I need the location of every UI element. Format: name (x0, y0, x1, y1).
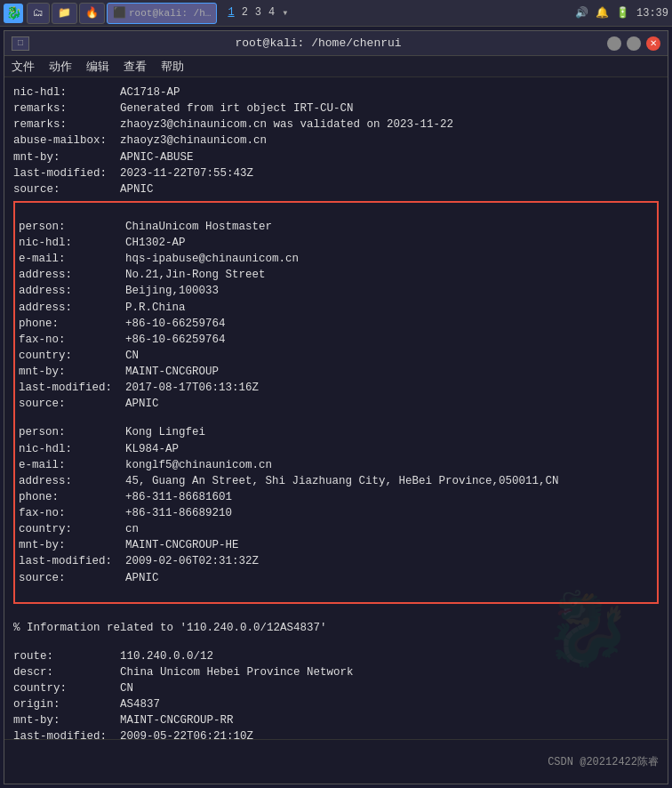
line-phone-1: phone: +86-10-66259764 (19, 316, 653, 332)
line-remarks-2: remarks: zhaoyz3@chinaunicom.cn was vali… (13, 117, 659, 133)
line-address-1c: address: P.R.China (19, 300, 653, 316)
terminal-icon: □ (18, 38, 23, 48)
taskbar-apps: 🗂 📁 🔥 ⬛ root@kali: /h… (27, 3, 217, 24)
line-abuse-mailbox: abuse-mailbox: zhaoyz3@chinaunicom.cn (13, 133, 659, 149)
taskbar-app-terminal[interactable]: ⬛ root@kali: /h… (107, 3, 217, 24)
line-source-1: source: APNIC (19, 396, 653, 412)
line-modified-r: last-modified: 2009-05-22T06:21:10Z (13, 728, 659, 739)
line-fax-1: fax-no: +86-10-66259764 (19, 332, 653, 348)
workspace-3[interactable]: 3 (255, 6, 261, 20)
clock: 13:39 (636, 7, 668, 20)
terminal-content[interactable]: nic-hdl: AC1718-AP remarks: Generated fr… (4, 77, 668, 739)
menu-action[interactable]: 动作 (49, 59, 72, 75)
comment-line: % Information related to '110.240.0.0/12… (13, 620, 659, 636)
battery-icon[interactable]: 🔋 (616, 6, 629, 20)
line-descr: descr: China Unicom Hebei Province Netwo… (13, 664, 659, 680)
line-route: route: 110.240.0.0/12 (13, 648, 659, 664)
line-email-1: e-mail: hqs-ipabuse@chinaunicom.cn (19, 251, 653, 267)
volume-icon[interactable]: 🔊 (575, 6, 588, 20)
terminal-window: □ root@kali: /home/chenrui ✕ 文件 动作 编辑 查看… (4, 30, 668, 784)
line-nic-hdl-2: nic-hdl: KL984-AP (19, 441, 653, 457)
workspace-1[interactable]: 1 (228, 6, 234, 20)
notification-icon[interactable]: 🔔 (596, 6, 609, 20)
line-country-2: country: cn (19, 521, 653, 537)
taskbar-app-3[interactable]: 🔥 (79, 3, 105, 24)
taskbar-app-1[interactable]: 🗂 (27, 3, 50, 24)
window-title: root@kali: /home/chenrui (29, 36, 607, 50)
menu-view[interactable]: 查看 (124, 59, 147, 75)
window-icon: □ (12, 36, 29, 51)
menu-file[interactable]: 文件 (12, 59, 35, 75)
line-person-2: person: Kong Lingfei (19, 424, 653, 440)
window-titlebar: □ root@kali: /home/chenrui ✕ (4, 31, 668, 56)
line-email-2: e-mail: konglf5@chinaunicom.cn (19, 457, 653, 473)
workspace-4[interactable]: 4 (268, 6, 275, 20)
line-modified-2: last-modified: 2009-02-06T02:31:32Z (19, 553, 653, 569)
bottom-bar: CSDN @20212422陈睿 (4, 739, 668, 784)
line-address-2a: address: 45, Guang An Street, Shi Jiazhu… (19, 473, 653, 489)
window-controls: ✕ (607, 36, 660, 51)
line-remarks-1: remarks: Generated from irt object IRT-C… (13, 101, 659, 117)
line-origin: origin: AS4837 (13, 696, 659, 712)
line-modified-1: last-modified: 2017-08-17T06:13:16Z (19, 380, 653, 396)
workspace-2[interactable]: 2 (242, 6, 248, 20)
workspace-dropdown-icon[interactable]: ▾ (282, 6, 288, 20)
maximize-button[interactable] (627, 36, 641, 51)
close-button[interactable]: ✕ (646, 36, 660, 51)
menubar: 文件 动作 编辑 查看 帮助 (4, 56, 668, 77)
line-nic-hdl: nic-hdl: AC1718-AP (13, 84, 659, 101)
workspace-numbers: 1 2 3 4 ▾ (220, 6, 295, 20)
line-mnt-by-pre: mnt-by: APNIC-ABUSE (13, 149, 659, 165)
line-phone-2: phone: +86-311-86681601 (19, 489, 653, 505)
line-last-modified-pre: last-modified: 2023-11-22T07:55:43Z (13, 165, 659, 181)
line-address-1a: address: No.21,Jin-Rong Street (19, 267, 653, 283)
line-person-1: person: ChinaUnicom Hostmaster (19, 219, 653, 235)
line-country-1: country: CN (19, 348, 653, 364)
csdn-watermark: CSDN @20212422陈睿 (548, 754, 659, 769)
line-country-r: country: CN (13, 680, 659, 696)
taskbar: 🐉 🗂 📁 🔥 ⬛ root@kali: /h… 1 2 3 4 ▾ 🔊 🔔 🔋… (0, 0, 672, 27)
line-nic-hdl-1: nic-hdl: CH1302-AP (19, 235, 653, 251)
line-address-1b: address: Beijing,100033 (19, 283, 653, 299)
minimize-button[interactable] (607, 36, 621, 51)
menu-help[interactable]: 帮助 (161, 59, 184, 75)
line-fax-2: fax-no: +86-311-86689210 (19, 505, 653, 521)
taskbar-app-2[interactable]: 📁 (52, 3, 77, 24)
line-mnt-r: mnt-by: MAINT-CNCGROUP-RR (13, 712, 659, 728)
line-mnt-2: mnt-by: MAINT-CNCGROUP-HE (19, 537, 653, 553)
taskbar-right-area: 🔊 🔔 🔋 13:39 (575, 6, 668, 20)
line-source-2: source: APNIC (19, 570, 653, 586)
red-border-section: person: ChinaUnicom Hostmaster nic-hdl: … (13, 201, 659, 604)
line-mnt-1: mnt-by: MAINT-CNCGROUP (19, 364, 653, 380)
kali-logo-icon[interactable]: 🐉 (4, 4, 23, 23)
line-source-pre: source: APNIC (13, 181, 659, 197)
menu-edit[interactable]: 编辑 (86, 59, 109, 75)
